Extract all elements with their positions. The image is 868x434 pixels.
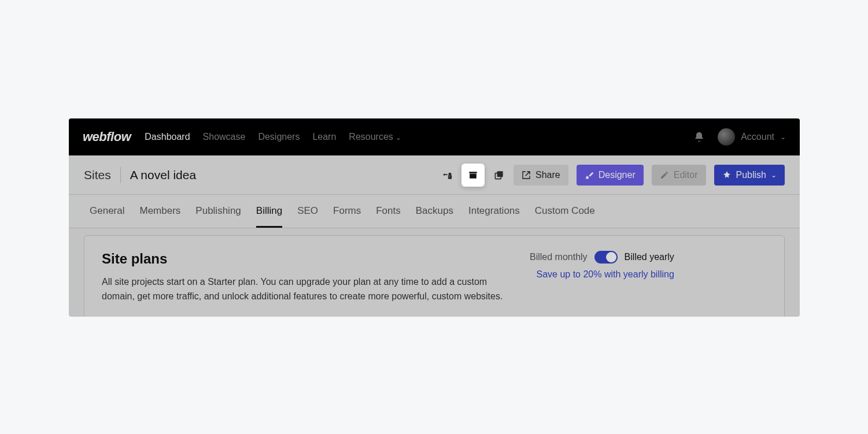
site-plans-title: Site plans	[102, 251, 507, 267]
rocket-icon	[722, 170, 732, 180]
tab-backups[interactable]: Backups	[416, 205, 453, 228]
account-label: Account	[741, 132, 774, 142]
transfer-icon[interactable]	[441, 169, 453, 181]
nav-resources[interactable]: Resources ⌄	[349, 132, 401, 142]
svg-rect-1	[497, 171, 503, 177]
share-label: Share	[535, 170, 560, 180]
pencil-icon	[660, 170, 669, 180]
share-icon	[522, 170, 531, 180]
app-window: webflow Dashboard Showcase Designers Lea…	[69, 118, 800, 317]
billing-cycle-toggle[interactable]	[594, 251, 618, 264]
tab-members[interactable]: Members	[139, 205, 180, 228]
publish-button[interactable]: Publish ⌄	[714, 165, 785, 186]
nav-learn[interactable]: Learn	[312, 132, 336, 142]
tab-seo[interactable]: SEO	[297, 205, 318, 228]
billing-cycle-toggle-row: Billed monthly Billed yearly	[530, 251, 674, 264]
notifications-icon[interactable]	[693, 131, 705, 143]
breadcrumb-root[interactable]: Sites	[84, 168, 111, 182]
billed-monthly-label: Billed monthly	[530, 252, 588, 262]
billed-yearly-label: Billed yearly	[625, 252, 674, 262]
account-menu[interactable]: Account ⌄	[718, 128, 786, 146]
breadcrumb: Sites A novel idea	[84, 167, 196, 183]
tab-general[interactable]: General	[90, 205, 124, 228]
global-nav: webflow Dashboard Showcase Designers Lea…	[69, 118, 800, 155]
site-toolbar: Sites A novel idea Share Designer Editor	[69, 155, 800, 195]
webflow-logo[interactable]: webflow	[83, 129, 131, 144]
tab-publishing[interactable]: Publishing	[195, 205, 241, 228]
editor-button: Editor	[652, 165, 706, 186]
nav-resources-label: Resources	[349, 132, 393, 142]
tab-fonts[interactable]: Fonts	[376, 205, 401, 228]
nav-designers[interactable]: Designers	[258, 132, 300, 142]
nav-dashboard[interactable]: Dashboard	[145, 132, 190, 142]
brush-icon	[585, 170, 594, 180]
tab-forms[interactable]: Forms	[333, 205, 361, 228]
yearly-promo-text: Save up to 20% with yearly billing	[530, 269, 674, 280]
site-plans-description: All site projects start on a Starter pla…	[102, 275, 507, 304]
tab-billing[interactable]: Billing	[256, 205, 282, 228]
page-title: A novel idea	[130, 168, 196, 182]
designer-button[interactable]: Designer	[577, 165, 644, 186]
duplicate-icon[interactable]	[493, 169, 505, 181]
chevron-down-icon: ⌄	[780, 133, 786, 141]
tab-custom-code[interactable]: Custom Code	[535, 205, 595, 228]
editor-label: Editor	[674, 170, 698, 180]
avatar	[718, 128, 735, 146]
svg-point-0	[448, 172, 451, 175]
settings-tabs: General Members Publishing Billing SEO F…	[69, 195, 800, 228]
chevron-down-icon: ⌄	[771, 171, 777, 179]
publish-label: Publish	[736, 170, 766, 180]
nav-showcase[interactable]: Showcase	[203, 132, 246, 142]
archive-button[interactable]	[461, 164, 485, 187]
tab-integrations[interactable]: Integrations	[468, 205, 520, 228]
share-button[interactable]: Share	[514, 165, 568, 186]
chevron-down-icon: ⌄	[396, 133, 401, 142]
divider	[120, 167, 121, 183]
designer-label: Designer	[599, 170, 636, 180]
site-plans-card: Site plans All site projects start on a …	[84, 235, 785, 317]
